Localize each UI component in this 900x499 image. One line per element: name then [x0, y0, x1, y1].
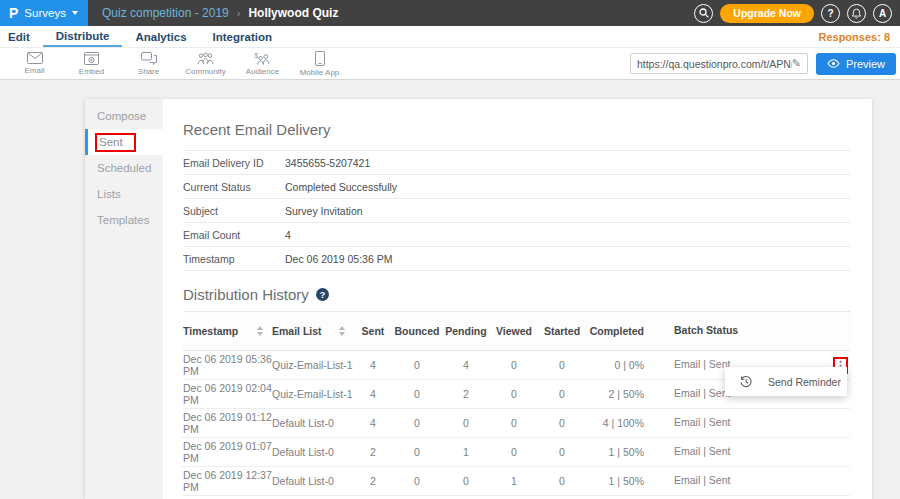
tab-analytics[interactable]: Analytics: [122, 26, 199, 47]
send-reminder-menu-item[interactable]: Send Reminder: [768, 376, 841, 388]
cell-bounced: 0: [392, 475, 442, 487]
sidebar-item-label: Compose: [97, 110, 146, 122]
channel-community[interactable]: Community: [177, 48, 234, 79]
detail-label: Subject: [183, 205, 285, 217]
detail-value: Dec 06 2019 05:36 PM: [285, 253, 392, 265]
cell-batch-status: Email | Sent: [652, 445, 748, 458]
survey-nav-tabs: Edit Distribute Analytics Integration Re…: [0, 26, 900, 48]
channel-mobile-app[interactable]: Mobile App: [291, 48, 348, 79]
channel-share[interactable]: Share: [120, 48, 177, 79]
cell-sent: 2: [354, 446, 392, 458]
surveys-product-menu[interactable]: P Surveys: [0, 0, 88, 26]
row-context-menu: Send Reminder: [725, 367, 847, 396]
sidebar-item-scheduled[interactable]: Scheduled: [85, 155, 163, 181]
column-header-started: Started: [538, 325, 586, 337]
cell-email-list: Default List-0: [272, 417, 354, 429]
distribution-history-header: Distribution History ?: [183, 286, 850, 303]
cell-email-list: Quiz-Email-List-1: [272, 359, 354, 371]
search-button[interactable]: [694, 4, 713, 23]
cell-pending: 2: [442, 388, 490, 400]
detail-label: Current Status: [183, 181, 285, 193]
distribution-history-table: Timestamp Email List Sent Bounced Pendin…: [183, 311, 850, 496]
column-header-viewed: Viewed: [490, 325, 538, 337]
cell-started: 0: [538, 446, 586, 458]
channel-email[interactable]: Email: [6, 48, 63, 79]
cell-timestamp: Dec 06 2019 05:36 PM: [183, 353, 272, 377]
breadcrumb: Quiz competition - 2019 › Hollywood Quiz: [88, 0, 338, 26]
channel-community-label: Community: [185, 67, 225, 76]
distribute-toolbar: Email Embed Share Community $ Audience M…: [0, 48, 900, 80]
svg-text:$: $: [255, 52, 259, 59]
sidebar-item-templates[interactable]: Templates: [85, 207, 163, 233]
help-question-icon[interactable]: ?: [316, 288, 329, 301]
channel-embed-label: Embed: [79, 67, 104, 76]
table-row: Dec 06 2019 12:37 PM Default List-0 2 0 …: [183, 467, 850, 496]
detail-value: Survey Invitation: [285, 205, 363, 217]
sort-icon[interactable]: [339, 326, 345, 336]
cell-sent: 4: [354, 388, 392, 400]
bell-icon: [851, 8, 862, 19]
cell-timestamp: Dec 06 2019 12:37 PM: [183, 469, 272, 493]
tab-distribute[interactable]: Distribute: [43, 26, 123, 47]
page-background: Compose Sent Scheduled Lists Templates R…: [0, 80, 900, 499]
tab-integration[interactable]: Integration: [200, 26, 285, 47]
preview-button[interactable]: Preview: [816, 53, 896, 75]
detail-label: Email Count: [183, 229, 285, 241]
upgrade-now-button[interactable]: Upgrade Now: [720, 4, 814, 23]
cell-bounced: 0: [392, 446, 442, 458]
community-icon: [197, 52, 214, 65]
cell-completed: 1 | 50%: [586, 475, 652, 487]
detail-value: 4: [285, 229, 291, 241]
edit-url-pencil-icon[interactable]: ✎: [792, 58, 801, 69]
survey-url-input[interactable]: [637, 58, 792, 70]
sidebar-item-lists[interactable]: Lists: [85, 181, 163, 207]
tab-edit[interactable]: Edit: [0, 26, 43, 47]
detail-row: Subject Survey Invitation: [183, 199, 850, 223]
detail-value: 3455655-5207421: [285, 157, 370, 169]
breadcrumb-survey-title: Hollywood Quiz: [248, 6, 338, 20]
sidebar-item-compose[interactable]: Compose: [85, 103, 163, 129]
breadcrumb-folder[interactable]: Quiz competition - 2019: [102, 6, 229, 20]
column-header-timestamp: Timestamp: [183, 325, 272, 337]
notifications-button[interactable]: [847, 4, 866, 23]
chevron-down-icon: [72, 11, 78, 15]
channel-audience[interactable]: $ Audience: [234, 48, 291, 79]
cell-viewed: 0: [490, 359, 538, 371]
responses-count-link[interactable]: Responses: 8: [818, 26, 900, 47]
sent-content-area: Recent Email Delivery Email Delivery ID …: [163, 99, 872, 499]
cell-email-list: Default List-0: [272, 446, 354, 458]
sidebar-item-sent[interactable]: Sent: [85, 129, 163, 155]
sidebar-item-label: Scheduled: [97, 162, 151, 174]
audience-icon: $: [254, 52, 271, 65]
cell-started: 0: [538, 359, 586, 371]
questionpro-logo: P: [9, 6, 18, 20]
cell-timestamp: Dec 06 2019 01:07 PM: [183, 440, 272, 464]
cell-viewed: 1: [490, 475, 538, 487]
cell-timestamp: Dec 06 2019 01:12 PM: [183, 411, 272, 435]
detail-row: Current Status Completed Successfully: [183, 175, 850, 199]
account-avatar[interactable]: A: [873, 4, 892, 23]
cell-bounced: 0: [392, 359, 442, 371]
recent-delivery-details: Email Delivery ID 3455655-5207421 Curren…: [183, 150, 850, 271]
cell-viewed: 0: [490, 417, 538, 429]
column-header-email-list: Email List: [272, 325, 354, 337]
search-icon: [699, 8, 709, 18]
cell-batch-status: Email | Sent: [652, 474, 748, 487]
detail-row: Email Delivery ID 3455655-5207421: [183, 151, 850, 175]
cell-sent: 4: [354, 359, 392, 371]
channel-embed[interactable]: Embed: [63, 48, 120, 79]
cell-completed: 4 | 100%: [586, 417, 652, 429]
sort-icon[interactable]: [257, 326, 263, 336]
cell-bounced: 0: [392, 417, 442, 429]
detail-row: Email Count 4: [183, 223, 850, 247]
header-actions: Upgrade Now ? A: [694, 0, 900, 26]
recent-email-delivery-title: Recent Email Delivery: [183, 121, 850, 138]
breadcrumb-separator-icon: ›: [237, 7, 241, 19]
cell-sent: 2: [354, 475, 392, 487]
cell-started: 0: [538, 475, 586, 487]
product-menu-label: Surveys: [24, 7, 66, 19]
channel-share-label: Share: [138, 67, 159, 76]
cell-batch-status: Email | Sent: [652, 416, 748, 429]
distribution-history-title: Distribution History: [183, 286, 309, 303]
help-button[interactable]: ?: [821, 4, 840, 23]
